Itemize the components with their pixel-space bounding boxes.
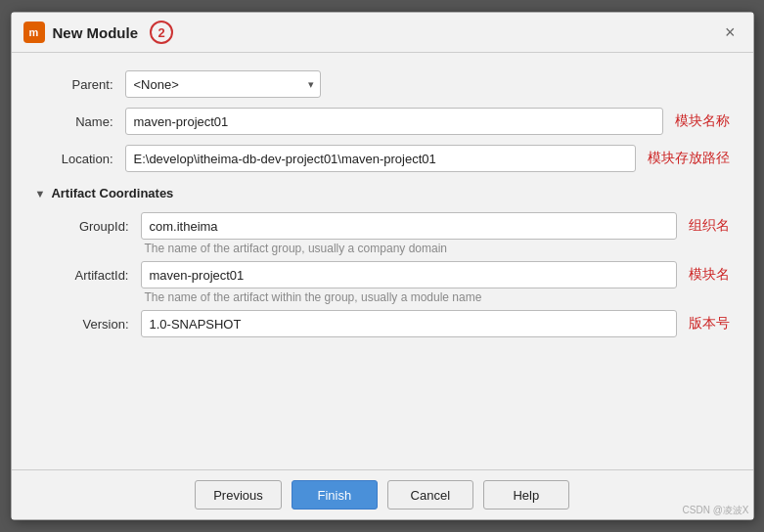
artifactid-label: ArtifactId: bbox=[51, 268, 129, 283]
location-label: Location: bbox=[35, 152, 113, 166]
artifact-section: GroupId: 组织名 The name of the artifact gr… bbox=[35, 212, 730, 337]
version-label: Version: bbox=[51, 317, 129, 332]
location-input[interactable] bbox=[125, 145, 636, 172]
finish-button[interactable]: Finish bbox=[292, 480, 378, 510]
groupid-label: GroupId: bbox=[51, 219, 129, 234]
dialog-title: New Module bbox=[53, 24, 139, 41]
name-annotation: 模块名称 bbox=[675, 112, 730, 130]
version-annotation: 版本号 bbox=[689, 315, 730, 332]
groupid-row: GroupId: 组织名 bbox=[51, 212, 730, 240]
app-icon: m bbox=[23, 22, 45, 43]
name-label: Name: bbox=[35, 114, 113, 129]
artifactid-hint: The name of the artifact within the grou… bbox=[51, 290, 730, 304]
groupid-hint: The name of the artifact group, usually … bbox=[51, 242, 730, 255]
dialog-footer: Previous Finish Cancel Help bbox=[12, 469, 753, 519]
artifact-section-header: ▼ Artifact Coordinates bbox=[35, 186, 730, 200]
version-row: Version: 版本号 bbox=[51, 310, 730, 337]
location-row: Location: 模块存放路径 bbox=[35, 145, 730, 172]
parent-label: Parent: bbox=[35, 77, 113, 92]
artifact-section-title: Artifact Coordinates bbox=[51, 186, 173, 200]
parent-select[interactable]: <None> bbox=[125, 70, 321, 98]
artifactid-row: ArtifactId: 模块名 bbox=[51, 261, 730, 288]
collapse-icon[interactable]: ▼ bbox=[35, 188, 46, 200]
version-input[interactable] bbox=[141, 310, 677, 337]
watermark: CSDN @凌波X bbox=[683, 504, 749, 517]
close-button[interactable]: × bbox=[719, 22, 742, 43]
groupid-annotation: 组织名 bbox=[689, 217, 730, 235]
parent-dropdown-wrapper: <None> ▾ bbox=[125, 70, 321, 98]
parent-row: Parent: <None> ▾ bbox=[35, 70, 730, 98]
title-bar: m New Module 2 × bbox=[12, 13, 753, 53]
help-button[interactable]: Help bbox=[483, 480, 569, 510]
groupid-input[interactable] bbox=[141, 212, 677, 240]
step-indicator: 2 bbox=[150, 21, 173, 44]
artifactid-annotation: 模块名 bbox=[689, 266, 730, 284]
name-row: Name: 模块名称 bbox=[35, 108, 730, 135]
cancel-button[interactable]: Cancel bbox=[387, 480, 473, 510]
dialog-content: Parent: <None> ▾ Name: 模块名称 Location: 模块… bbox=[12, 53, 753, 469]
artifactid-input[interactable] bbox=[141, 261, 677, 288]
new-module-dialog: m New Module 2 × Parent: <None> ▾ Name: … bbox=[11, 12, 754, 520]
location-annotation: 模块存放路径 bbox=[648, 150, 730, 167]
name-input[interactable] bbox=[125, 108, 663, 135]
previous-button[interactable]: Previous bbox=[195, 480, 282, 510]
